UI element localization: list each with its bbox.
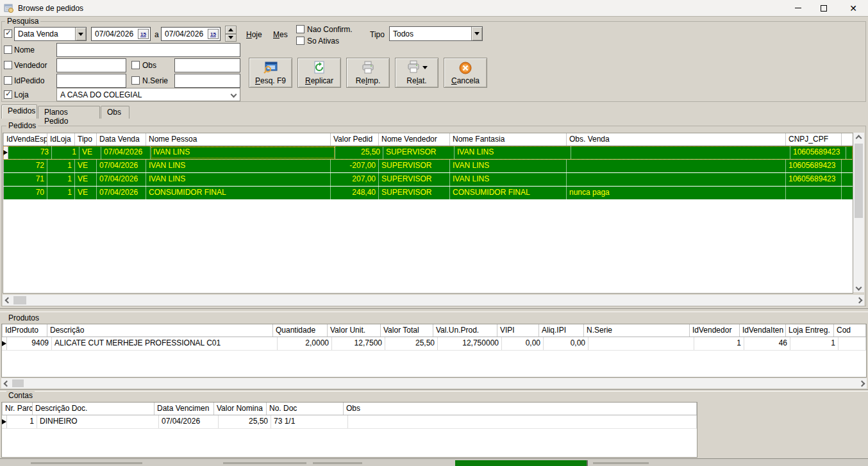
table-row[interactable]: 70 1 VE 07/04/2026 CONSUMIDOR FINAL 248,… (3, 187, 853, 200)
column-header[interactable]: IdVendaEsp (4, 133, 47, 146)
scroll-down-button[interactable] (853, 282, 864, 292)
nome-checkbox[interactable] (4, 46, 12, 54)
idpedido-input[interactable] (56, 74, 126, 88)
pedidos-vertical-scrollbar[interactable] (853, 133, 864, 292)
column-header[interactable]: Nome Pessoa (146, 133, 331, 146)
window-title: Browse de pedidos (18, 4, 83, 13)
column-header[interactable]: Obs (344, 403, 697, 415)
pedidos-horizontal-scrollbar[interactable] (3, 295, 864, 306)
scroll-right-button[interactable] (854, 295, 864, 306)
focused-cell[interactable]: IVAN LINS (151, 146, 335, 159)
column-header[interactable]: Valor Unit. (328, 324, 381, 337)
scroll-left-button[interactable] (1, 378, 12, 388)
column-header[interactable]: IdProduto (3, 324, 47, 337)
table-row[interactable]: 72 1 VE 07/04/2026 IVAN LINS -207,00 SUP… (3, 160, 853, 173)
combo-dropdown-button[interactable] (471, 27, 482, 40)
nserie-checkbox[interactable] (131, 76, 140, 85)
data-venda-checkbox[interactable] (4, 29, 12, 38)
column-header[interactable]: Nome Fantasia (450, 133, 567, 146)
idpedido-checkbox[interactable] (4, 76, 12, 85)
column-header[interactable]: VIPI (497, 324, 539, 337)
column-header[interactable]: Tipo (75, 133, 97, 146)
spin-up-button[interactable] (225, 26, 237, 34)
column-header[interactable]: CNPJ_CPF (786, 133, 842, 146)
produtos-grid[interactable]: IdProduto Descrição Quantidade Valor Uni… (1, 324, 867, 378)
minimize-button[interactable] (787, 0, 809, 16)
horizontal-splitter[interactable] (0, 308, 868, 312)
tipo-combobox[interactable]: Todos (389, 26, 483, 41)
column-header[interactable]: N.Serie (584, 324, 690, 337)
column-header[interactable]: Loja Entreg. (786, 324, 834, 337)
mes-link[interactable]: Mes (273, 30, 288, 39)
vendedor-label: Vendedor (14, 61, 47, 70)
column-header[interactable]: Nome Vendedor (379, 133, 450, 146)
reimp-button[interactable]: ReImp. (346, 58, 390, 88)
produtos-horizontal-scrollbar[interactable] (1, 378, 867, 388)
scroll-right-button[interactable] (856, 378, 867, 388)
date-to-value: 07/04/2026 (163, 29, 208, 38)
table-row[interactable]: 9409 ALICATE CUT MERHEJE PROFESSIONAL C0… (2, 337, 866, 351)
vendedor-input[interactable] (56, 58, 126, 72)
column-header[interactable]: Data Vencimen (154, 403, 214, 415)
column-header[interactable]: Descrição (47, 324, 273, 337)
column-header[interactable]: IdLoja (47, 133, 75, 146)
cancela-button[interactable]: Cancela (444, 58, 487, 88)
column-header[interactable]: No. Doc (267, 403, 344, 415)
table-row[interactable]: 71 1 VE 07/04/2026 IVAN LINS 207,00 SUPE… (3, 173, 853, 187)
tab-obs[interactable]: Obs (101, 106, 129, 119)
calendar-icon[interactable]: 15 (138, 29, 149, 39)
nao-confirm-checkbox[interactable] (296, 25, 305, 33)
nome-input[interactable] (56, 43, 240, 57)
tab-planos-pedido[interactable]: Planos Pedido (38, 106, 100, 119)
scroll-up-button[interactable] (853, 133, 864, 143)
column-header[interactable]: Descrição Doc. (33, 403, 154, 415)
hoje-link[interactable]: Hoje (246, 30, 262, 39)
loja-combobox[interactable]: A CASA DO COLEGIAL (56, 88, 240, 101)
scrollbar-thumb[interactable] (13, 296, 26, 304)
column-header[interactable]: Data Venda (97, 133, 146, 146)
contas-grid[interactable]: Nr. Parc. Descrição Doc. Data Vencimen V… (1, 402, 697, 458)
tab-pedidos[interactable]: Pedidos (1, 104, 37, 119)
table-row[interactable]: 73 1 VE 07/04/2026 IVAN LINS 25,50 SUPER… (3, 146, 853, 160)
obs-checkbox[interactable] (131, 61, 140, 69)
column-header[interactable]: Nr. Parc. (3, 403, 33, 415)
date-from-value: 07/04/2026 (93, 29, 138, 38)
column-header[interactable]: Aliq.IPI (539, 324, 584, 337)
loja-checkbox[interactable] (4, 90, 12, 99)
replicar-button[interactable]: Replicar (297, 58, 341, 88)
column-header[interactable]: Cod (834, 324, 866, 337)
combo-dropdown-button[interactable] (75, 28, 86, 40)
date-from-field[interactable]: 07/04/2026 15 (91, 27, 151, 41)
spin-down-button[interactable] (225, 34, 237, 42)
nserie-input[interactable] (174, 74, 240, 88)
spin-down-icon (228, 36, 233, 39)
scroll-left-button[interactable] (3, 295, 13, 306)
relat-button[interactable]: Relat. (395, 58, 438, 88)
date-to-field[interactable]: 07/04/2026 15 (161, 27, 221, 41)
column-header[interactable]: Valor Nomina (214, 403, 267, 415)
calendar-icon[interactable]: 15 (208, 29, 219, 39)
table-row[interactable]: 1 DINHEIRO 07/04/2026 25,50 73 1/1 (2, 415, 697, 429)
pesq-f9-button[interactable]: Pesq. F9 (249, 58, 292, 88)
column-header[interactable]: Valor Total (381, 324, 433, 337)
scrollbar-thumb[interactable] (855, 144, 863, 218)
obs-input[interactable] (174, 58, 240, 72)
pedidos-grid[interactable]: IdVendaEsp IdLoja Tipo Data Venda Nome P… (3, 133, 853, 294)
produtos-group-label: Produtos (6, 313, 41, 322)
column-header[interactable]: Quantidade (273, 324, 328, 337)
column-header[interactable]: Val.Un.Prod. (433, 324, 497, 337)
column-header[interactable]: Obs. Venda (567, 133, 786, 146)
column-header[interactable]: Valor Pedid (331, 133, 379, 146)
pedidos-grid-header: IdVendaEsp IdLoja Tipo Data Venda Nome P… (3, 133, 853, 146)
close-button[interactable]: ✕ (842, 0, 864, 16)
column-header[interactable]: IdVendedor (690, 324, 740, 337)
search-field-combobox[interactable]: Data Venda (14, 27, 87, 41)
window-icon (4, 3, 14, 13)
horizontal-splitter[interactable] (0, 389, 868, 392)
column-header[interactable]: IdVendaIten (740, 324, 786, 337)
maximize-button[interactable] (813, 0, 835, 16)
vendedor-checkbox[interactable] (4, 61, 12, 69)
scrollbar-thumb[interactable] (12, 379, 24, 387)
so-ativas-checkbox[interactable] (296, 37, 305, 45)
chevron-down-icon (227, 92, 240, 97)
